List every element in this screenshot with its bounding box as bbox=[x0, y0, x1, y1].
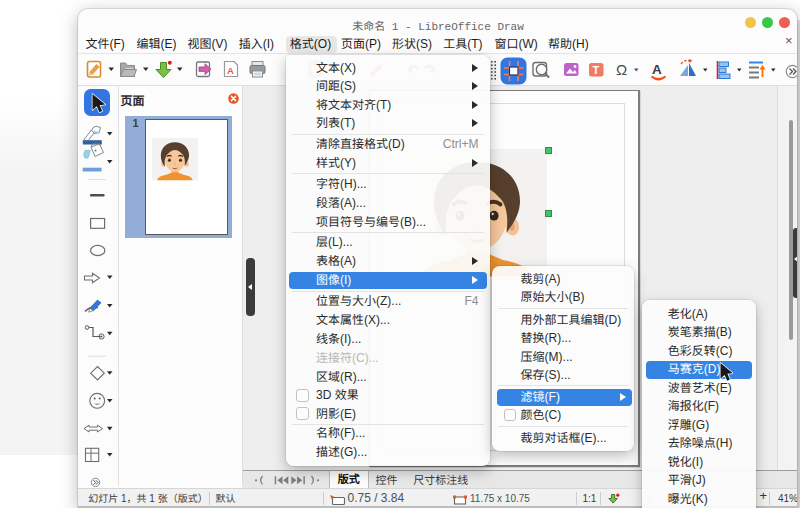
svg-text:T: T bbox=[593, 64, 600, 76]
svg-text:A: A bbox=[227, 65, 234, 76]
svg-text:A: A bbox=[652, 62, 662, 77]
svg-text:Ω: Ω bbox=[616, 61, 627, 78]
